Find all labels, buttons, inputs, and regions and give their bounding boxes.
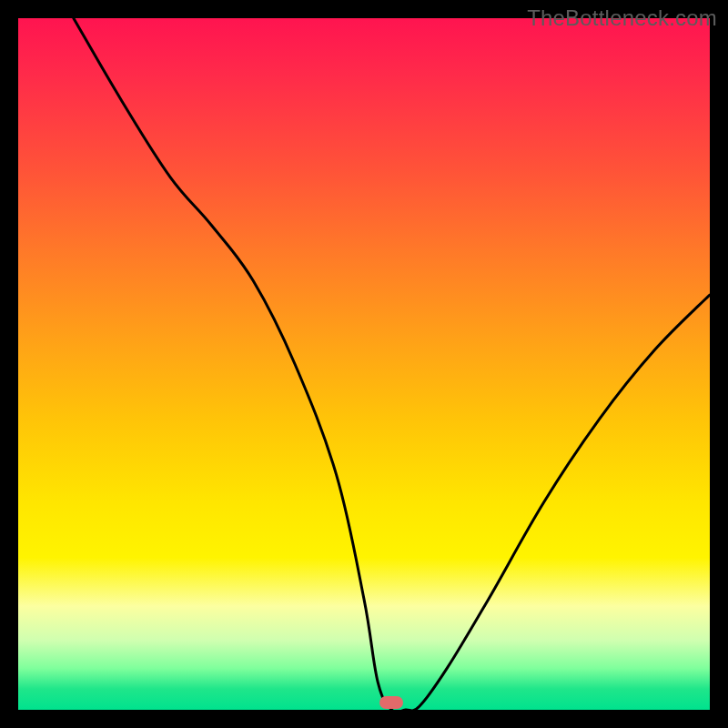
chart-frame: TheBottleneck.com (0, 0, 728, 728)
plot-area (18, 18, 710, 710)
bottleneck-curve (74, 18, 710, 710)
optimal-point-marker (379, 696, 403, 709)
curve-layer (18, 18, 710, 710)
watermark-label: TheBottleneck.com (527, 5, 717, 31)
